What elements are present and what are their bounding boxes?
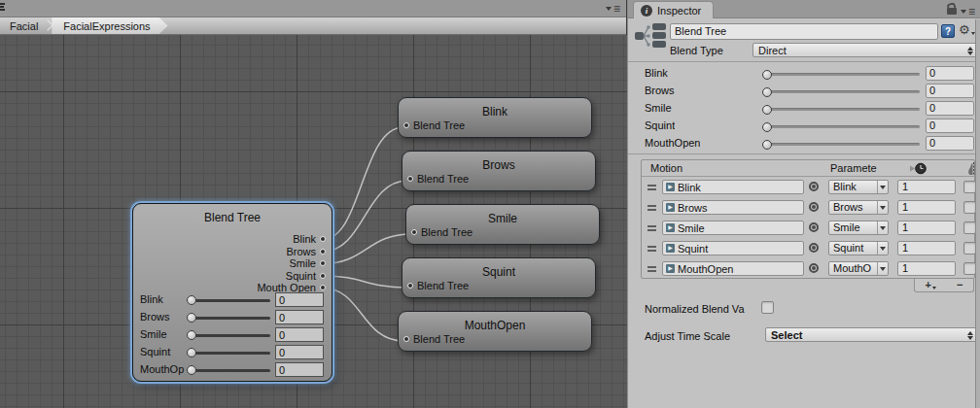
parameter-dropdown[interactable]: Smile bbox=[828, 221, 889, 235]
slider-track[interactable] bbox=[189, 317, 270, 320]
slider-knob[interactable] bbox=[762, 70, 772, 80]
slider-knob[interactable] bbox=[762, 140, 772, 150]
object-picker-icon[interactable] bbox=[809, 182, 819, 191]
breadcrumb-item-facial[interactable]: Facial bbox=[0, 17, 48, 34]
slider-knob[interactable] bbox=[187, 313, 196, 323]
object-picker-icon[interactable] bbox=[809, 222, 819, 232]
weight-field[interactable]: 1 bbox=[897, 180, 956, 194]
param-value-field[interactable]: 0 bbox=[926, 84, 974, 98]
child-node-squint[interactable]: Squint Blend Tree bbox=[402, 257, 596, 298]
remove-motion-button[interactable]: − bbox=[957, 280, 962, 290]
slider-knob[interactable] bbox=[762, 105, 772, 115]
timescale-icon[interactable] bbox=[910, 162, 927, 177]
param-value-field[interactable]: 0 bbox=[926, 136, 974, 151]
weight-field[interactable]: 1 bbox=[897, 241, 956, 255]
slider-track[interactable] bbox=[764, 143, 920, 146]
parameter-column-header: Paramete bbox=[830, 162, 887, 174]
weight-field[interactable]: 1 bbox=[897, 200, 956, 215]
dropdown-arrows-icon bbox=[967, 331, 973, 340]
dropdown-arrow-icon bbox=[877, 181, 888, 193]
motion-object-field[interactable]: ▶Smile bbox=[662, 221, 804, 235]
input-port: Blend Tree bbox=[407, 280, 469, 291]
slider-knob[interactable] bbox=[762, 122, 772, 132]
port-circle-icon[interactable] bbox=[403, 336, 409, 342]
blendtree-main-node[interactable]: Blend Tree Blink Brows Smile Squint Mout… bbox=[132, 203, 332, 382]
object-picker-icon[interactable] bbox=[809, 263, 819, 273]
slider-track[interactable] bbox=[189, 352, 270, 355]
tab-inspector[interactable]: i Inspector bbox=[633, 1, 714, 18]
slider-track[interactable] bbox=[764, 125, 920, 128]
add-motion-button[interactable]: + bbox=[926, 280, 936, 290]
node-slider-blink: Blink 0 bbox=[133, 291, 332, 309]
gear-icon[interactable]: ⚙ bbox=[959, 22, 970, 37]
drag-handle-icon[interactable] bbox=[648, 225, 656, 231]
port-circle-icon[interactable] bbox=[403, 122, 409, 128]
drag-handle-icon[interactable] bbox=[648, 246, 656, 252]
breadcrumb-item-facialexpressions[interactable]: FacialExpressions bbox=[52, 17, 167, 34]
port-circle-icon[interactable] bbox=[320, 260, 326, 266]
port-circle-icon[interactable] bbox=[407, 283, 413, 289]
slider-track[interactable] bbox=[764, 90, 920, 93]
slider-knob[interactable] bbox=[187, 295, 196, 305]
param-row-blink: Blink 0 bbox=[628, 65, 980, 83]
port-circle-icon[interactable] bbox=[320, 273, 326, 279]
child-node-blink[interactable]: Blink Blend Tree bbox=[398, 97, 592, 138]
motion-object-field[interactable]: ▶MouthOpen bbox=[662, 261, 804, 276]
port-circle-icon[interactable] bbox=[320, 249, 326, 255]
slider-knob[interactable] bbox=[187, 365, 196, 375]
parameter-dropdown[interactable]: Brows bbox=[828, 200, 889, 215]
parameter-dropdown[interactable]: MouthO bbox=[828, 261, 889, 276]
weight-field[interactable]: 1 bbox=[897, 261, 956, 276]
slider-track[interactable] bbox=[764, 73, 920, 76]
pane-menu-icon[interactable]: ≡ bbox=[606, 4, 620, 14]
inspector-scrollbar[interactable] bbox=[975, 19, 980, 408]
child-node-mouthopen[interactable]: MouthOpen Blend Tree bbox=[398, 311, 592, 352]
slider-knob[interactable] bbox=[762, 87, 772, 97]
adjust-time-scale-label: Adjust Time Scale bbox=[645, 330, 730, 342]
parameter-dropdown[interactable]: Blink bbox=[828, 180, 889, 194]
port-circle-icon[interactable] bbox=[320, 285, 326, 290]
adjust-time-scale-dropdown[interactable]: Select bbox=[765, 327, 977, 342]
dropdown-arrow-icon bbox=[877, 262, 888, 275]
slider-track[interactable] bbox=[189, 334, 270, 337]
slider-value-field[interactable]: 0 bbox=[275, 292, 324, 307]
port-circle-icon[interactable] bbox=[411, 229, 417, 235]
pane-menu-icon[interactable]: ≡ bbox=[961, 7, 975, 17]
output-port-smile: Smile bbox=[257, 257, 326, 270]
output-port-brows: Brows bbox=[257, 246, 326, 258]
drag-handle-icon[interactable] bbox=[648, 185, 656, 190]
object-picker-icon[interactable] bbox=[809, 202, 819, 212]
slider-track[interactable] bbox=[189, 369, 270, 372]
weight-field[interactable]: 1 bbox=[897, 221, 956, 235]
slider-knob[interactable] bbox=[187, 348, 196, 357]
blend-type-dropdown[interactable]: Direct bbox=[752, 43, 977, 57]
object-picker-icon[interactable] bbox=[809, 243, 819, 253]
slider-value-field[interactable]: 0 bbox=[275, 310, 324, 324]
child-node-brows[interactable]: Brows Blend Tree bbox=[402, 151, 596, 191]
drag-handle-icon[interactable] bbox=[648, 266, 656, 272]
port-circle-icon[interactable] bbox=[407, 176, 413, 182]
child-node-smile[interactable]: Smile Blend Tree bbox=[405, 204, 600, 245]
motion-object-field[interactable]: ▶Squint bbox=[662, 241, 804, 255]
lock-icon[interactable] bbox=[947, 8, 957, 15]
slider-track[interactable] bbox=[764, 108, 920, 111]
param-value-field[interactable]: 0 bbox=[926, 119, 974, 133]
slider-value-field[interactable]: 0 bbox=[275, 362, 324, 377]
parameter-dropdown[interactable]: Squint bbox=[828, 241, 889, 255]
param-value-field[interactable]: 0 bbox=[926, 66, 974, 81]
slider-knob[interactable] bbox=[187, 330, 196, 340]
help-icon[interactable]: ? bbox=[941, 24, 955, 38]
blendtree-graph-canvas[interactable]: Blend Tree Blink Brows Smile Squint Mout… bbox=[0, 35, 627, 408]
drag-handle-icon[interactable] bbox=[648, 205, 656, 211]
blendtree-name-input[interactable]: Blend Tree bbox=[670, 23, 938, 40]
node-parameter-sliders: Blink 0 Brows 0 Smile 0 bbox=[133, 291, 332, 379]
param-value-field[interactable]: 0 bbox=[926, 101, 974, 116]
normalized-blend-checkbox[interactable] bbox=[761, 301, 774, 314]
slider-track[interactable] bbox=[189, 299, 270, 302]
slider-value-field[interactable]: 0 bbox=[275, 327, 324, 342]
motion-object-field[interactable]: ▶Brows bbox=[662, 200, 804, 215]
node-title: Blend Tree bbox=[133, 204, 332, 224]
port-circle-icon[interactable] bbox=[320, 236, 326, 242]
motion-object-field[interactable]: ▶Blink bbox=[662, 180, 804, 194]
slider-value-field[interactable]: 0 bbox=[275, 345, 324, 359]
